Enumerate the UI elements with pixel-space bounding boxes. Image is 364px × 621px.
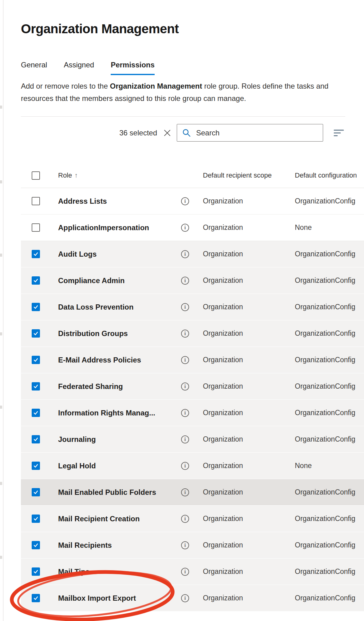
checkmark-icon: [33, 331, 38, 336]
row-checkbox[interactable]: [32, 567, 40, 576]
scope-value: Organization: [203, 382, 243, 390]
config-value: OrganizationConfig: [295, 515, 355, 523]
checkmark-icon: [33, 543, 38, 548]
checkmark-icon: [33, 516, 38, 521]
config-value: OrganizationConfig: [295, 567, 355, 575]
row-checkbox[interactable]: [32, 435, 40, 443]
checkmark-icon: [33, 384, 38, 389]
scope-value: Organization: [203, 409, 243, 417]
scope-value: Organization: [203, 594, 243, 602]
row-checkbox[interactable]: [32, 382, 40, 391]
filter-button[interactable]: [332, 126, 345, 139]
row-checkbox[interactable]: [32, 541, 40, 549]
info-icon[interactable]: i: [181, 383, 189, 391]
role-name: Information Rights Manag...: [58, 409, 155, 417]
background-artifact: [0, 556, 2, 559]
background-artifact: [0, 482, 2, 485]
close-icon: [164, 130, 171, 136]
scope-value: Organization: [203, 541, 243, 549]
toolbar: 36 selected: [21, 124, 345, 142]
row-checkbox[interactable]: [32, 488, 40, 496]
info-icon[interactable]: i: [181, 330, 189, 338]
info-icon[interactable]: i: [181, 515, 189, 523]
info-icon[interactable]: i: [181, 462, 189, 470]
row-checkbox[interactable]: [32, 250, 40, 258]
row-checkbox[interactable]: [32, 462, 40, 470]
table-row[interactable]: Mail Enabled Public Folders i Organizati…: [21, 479, 364, 506]
row-checkbox[interactable]: [32, 303, 40, 311]
scope-value: Organization: [203, 276, 243, 284]
scope-value: Organization: [203, 250, 243, 258]
checkmark-icon: [33, 490, 38, 495]
table-row[interactable]: Mail Recipient Creation i Organization O…: [21, 506, 364, 532]
role-name: Mail Recipient Creation: [58, 515, 140, 523]
tab-assigned[interactable]: Assigned: [64, 60, 94, 75]
background-artifact: [0, 106, 2, 109]
checkmark-icon: [33, 357, 38, 363]
info-icon[interactable]: i: [181, 303, 189, 311]
info-icon[interactable]: i: [181, 568, 189, 576]
table-row[interactable]: Mail Recipients i Organization Organizat…: [21, 532, 364, 559]
table-row[interactable]: Data Loss Prevention i Organization Orga…: [21, 294, 364, 320]
config-value: OrganizationConfig: [295, 594, 355, 602]
table-row[interactable]: Audit Logs i Organization OrganizationCo…: [21, 241, 364, 267]
config-value: OrganizationConfig: [295, 541, 355, 549]
row-checkbox[interactable]: [32, 515, 40, 523]
table-header-row: Role↑ Default recipient scope Default co…: [21, 163, 364, 188]
config-value: OrganizationConfig: [295, 276, 355, 284]
info-icon[interactable]: i: [181, 594, 189, 602]
clear-selection-button[interactable]: [162, 128, 172, 138]
info-icon[interactable]: i: [181, 250, 189, 258]
select-all-checkbox[interactable]: [32, 171, 40, 180]
table-row[interactable]: Distribution Groups i Organization Organ…: [21, 320, 364, 347]
row-checkbox[interactable]: [32, 223, 40, 232]
tab-permissions[interactable]: Permissions: [111, 60, 155, 75]
config-value: OrganizationConfig: [295, 409, 355, 417]
tab-general[interactable]: General: [21, 60, 47, 75]
description-role-group-name: Organization Management: [110, 82, 202, 90]
description-text: Add or remove roles to the Organization …: [21, 80, 341, 105]
info-icon[interactable]: i: [181, 224, 189, 232]
role-column-header[interactable]: Role: [58, 171, 72, 179]
table-row[interactable]: Compliance Admin i Organization Organiza…: [21, 267, 364, 294]
search-input[interactable]: [177, 124, 323, 142]
info-icon[interactable]: i: [181, 435, 189, 443]
background-artifact: [0, 406, 2, 409]
scope-value: Organization: [203, 303, 243, 311]
scope-value: Organization: [203, 462, 243, 470]
row-checkbox[interactable]: [32, 197, 40, 205]
info-icon[interactable]: i: [181, 197, 189, 205]
scope-value: Organization: [203, 435, 243, 443]
table-row[interactable]: ApplicationImpersonation i Organization …: [21, 214, 364, 241]
info-icon[interactable]: i: [181, 488, 189, 496]
scope-value: Organization: [203, 567, 243, 575]
row-checkbox[interactable]: [32, 594, 40, 602]
row-checkbox[interactable]: [32, 409, 40, 417]
sort-ascending-icon: ↑: [74, 172, 78, 179]
role-name: ApplicationImpersonation: [58, 223, 149, 232]
page-title: Organization Management: [21, 22, 364, 36]
table-row[interactable]: Mailbox Import Export i Organization Org…: [21, 585, 364, 611]
config-value: OrganizationConfig: [295, 250, 355, 258]
table-row[interactable]: Legal Hold i Organization None: [21, 453, 364, 479]
table-row[interactable]: Information Rights Manag... i Organizati…: [21, 400, 364, 426]
row-checkbox[interactable]: [32, 356, 40, 364]
row-checkbox[interactable]: [32, 329, 40, 338]
info-icon[interactable]: i: [181, 277, 189, 285]
role-name: Legal Hold: [58, 462, 96, 470]
panel-left-border: [3, 0, 3, 621]
roles-table: Role↑ Default recipient scope Default co…: [21, 163, 364, 611]
background-artifact: [0, 332, 2, 335]
role-name: Mail Tips: [58, 567, 89, 576]
role-name: Federated Sharing: [58, 382, 123, 391]
row-checkbox[interactable]: [32, 276, 40, 285]
info-icon[interactable]: i: [181, 356, 189, 364]
table-row[interactable]: Journaling i Organization OrganizationCo…: [21, 426, 364, 453]
table-row[interactable]: Mail Tips i Organization OrganizationCon…: [21, 559, 364, 585]
info-icon[interactable]: i: [181, 409, 189, 417]
table-row[interactable]: E-Mail Address Policies i Organization O…: [21, 347, 364, 373]
table-row[interactable]: Federated Sharing i Organization Organiz…: [21, 373, 364, 400]
config-value: None: [295, 223, 312, 231]
info-icon[interactable]: i: [181, 541, 189, 549]
table-row[interactable]: Address Lists i Organization Organizatio…: [21, 188, 364, 214]
